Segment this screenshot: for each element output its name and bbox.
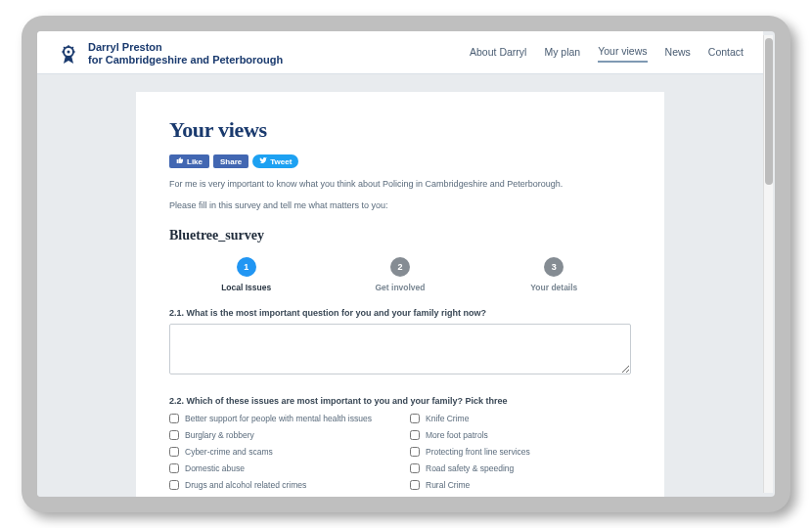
checkbox-input[interactable] <box>410 430 420 440</box>
svg-line-4 <box>64 47 66 49</box>
checkbox-option[interactable]: Burglary & robbery <box>169 430 390 440</box>
page-viewport: Darryl Preston for Cambridgeshire and Pe… <box>37 31 763 497</box>
checkbox-input[interactable] <box>169 414 179 423</box>
brand[interactable]: Darryl Preston for Cambridgeshire and Pe… <box>57 41 283 66</box>
checkbox-label: Knife Crime <box>426 414 469 423</box>
question-2-label: 2.2. Which of these issues are most impo… <box>169 396 631 406</box>
step-3[interactable]: 3Your details <box>477 257 631 292</box>
tweet-label: Tweet <box>270 157 292 166</box>
survey-stepper: 1Local Issues2Get involved3Your details <box>169 257 631 292</box>
nav-plan[interactable]: My plan <box>544 46 580 62</box>
content-area: Your views Like Share <box>37 74 763 497</box>
checkbox-option[interactable]: Better support for people with mental he… <box>169 414 390 423</box>
step-circle: 3 <box>544 257 564 277</box>
checkbox-input[interactable] <box>169 447 179 457</box>
checkbox-label: Domestic abuse <box>185 463 245 473</box>
checkbox-option[interactable]: Domestic abuse <box>169 463 390 473</box>
main-card: Your views Like Share <box>136 92 664 497</box>
main-nav: About DarrylMy planYour viewsNewsContact <box>470 45 744 63</box>
share-label: Share <box>220 157 242 166</box>
checkbox-label: Drugs and alcohol related crimes <box>185 480 306 490</box>
checkbox-option[interactable]: Drugs and alcohol related crimes <box>169 480 390 490</box>
page-title: Your views <box>169 117 631 143</box>
question-1-label: 2.1. What is the most important question… <box>169 308 631 318</box>
svg-line-3 <box>72 47 74 49</box>
brand-tagline: for Cambridgeshire and Peterborough <box>88 54 283 66</box>
checkbox-input[interactable] <box>169 430 179 440</box>
nav-contact[interactable]: Contact <box>708 46 744 62</box>
step-circle: 2 <box>390 257 410 277</box>
tablet-frame: Darryl Preston for Cambridgeshire and Pe… <box>22 16 790 512</box>
step-1[interactable]: 1Local Issues <box>169 257 323 292</box>
checkbox-input[interactable] <box>169 480 179 490</box>
site-header: Darryl Preston for Cambridgeshire and Pe… <box>37 31 763 74</box>
facebook-like-button[interactable]: Like <box>169 154 209 168</box>
checkbox-option[interactable]: Protecting front line services <box>410 447 631 457</box>
question-1-input[interactable] <box>169 324 631 374</box>
rosette-icon <box>57 42 80 66</box>
nav-about[interactable]: About Darryl <box>470 46 526 62</box>
intro-line2: Please fill in this survey and tell me w… <box>169 199 631 213</box>
twitter-icon <box>259 156 267 166</box>
checkbox-input[interactable] <box>169 463 179 473</box>
tweet-button[interactable]: Tweet <box>252 154 298 168</box>
step-label: Local Issues <box>221 283 271 292</box>
checkbox-input[interactable] <box>410 447 420 457</box>
checkbox-option[interactable]: More foot patrols <box>410 430 631 440</box>
checkbox-label: Rural Crime <box>426 480 470 490</box>
intro-line1: For me is very important to know what yo… <box>169 178 631 192</box>
nav-news[interactable]: News <box>665 46 691 62</box>
scrollbar-thumb[interactable] <box>765 38 773 185</box>
svg-point-1 <box>68 50 70 53</box>
checkbox-option[interactable]: Cyber-crime and scams <box>169 447 390 457</box>
step-label: Get involved <box>375 283 425 292</box>
like-label: Like <box>187 157 203 166</box>
scrollbar[interactable] <box>763 35 773 493</box>
brand-name: Darryl Preston <box>88 41 283 54</box>
checkbox-option[interactable]: Rural Crime <box>410 480 631 490</box>
step-2[interactable]: 2Get involved <box>323 257 476 292</box>
nav-views[interactable]: Your views <box>598 45 647 63</box>
step-circle: 1 <box>237 257 256 277</box>
thumb-up-icon <box>176 156 184 166</box>
checkbox-option[interactable]: Knife Crime <box>410 414 631 423</box>
checkbox-label: Road safety & speeding <box>426 463 514 473</box>
checkbox-input[interactable] <box>410 480 420 490</box>
checkbox-label: More foot patrols <box>426 430 488 440</box>
checkbox-label: Better support for people with mental he… <box>185 414 372 423</box>
brand-text: Darryl Preston for Cambridgeshire and Pe… <box>88 41 283 66</box>
checkbox-label: Burglary & robbery <box>185 430 254 440</box>
checkbox-option[interactable]: Road safety & speeding <box>410 463 631 473</box>
facebook-share-button[interactable]: Share <box>213 154 248 168</box>
step-label: Your details <box>530 283 577 292</box>
checkbox-label: Protecting front line services <box>426 447 530 457</box>
question-2-options: Better support for people with mental he… <box>169 414 631 497</box>
checkbox-input[interactable] <box>410 414 420 423</box>
survey-title: Bluetree_survey <box>169 228 631 243</box>
screen: Darryl Preston for Cambridgeshire and Pe… <box>37 31 775 497</box>
checkbox-input[interactable] <box>410 463 420 473</box>
checkbox-label: Cyber-crime and scams <box>185 447 273 457</box>
social-buttons: Like Share Tweet <box>169 154 631 168</box>
